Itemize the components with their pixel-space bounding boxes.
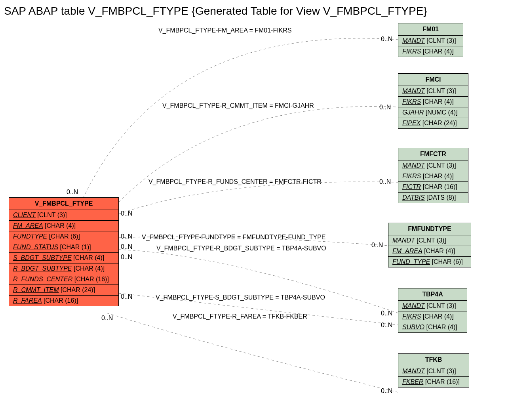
connection-label: V_FMBPCL_FTYPE-R_FUNDS_CENTER = FMFCTR-F… <box>148 178 322 185</box>
connection-label: V_FMBPCL_FTYPE-R_BDGT_SUBTYPE = TBP4A-SU… <box>156 245 326 252</box>
entity-tbp4a: TBP4A MANDT [CLNT (3)] FIKRS [CHAR (4)] … <box>398 288 467 333</box>
entity-fm01: FM01 MANDT [CLNT (3)] FIKRS [CHAR (4)] <box>398 23 463 57</box>
cardinality-label: 0..N <box>379 178 391 185</box>
field: R_CMMT_ITEM [CHAR (24)] <box>9 285 118 296</box>
cardinality-label: 0..N <box>381 388 392 395</box>
entity-header: FMCI <box>398 74 468 86</box>
field: FUND_TYPE [CHAR (6)] <box>388 257 471 267</box>
connection-label: V_FMBPCL_FTYPE-R_CMMT_ITEM = FMCI-GJAHR <box>162 102 314 109</box>
cardinality-label: 0..N <box>381 322 392 329</box>
field: R_BDGT_SUBTYPE [CHAR (4)] <box>9 263 118 274</box>
field: SUBVO [CHAR (4)] <box>398 322 467 332</box>
entity-header: TFKB <box>398 354 469 366</box>
cardinality-label: 0..N <box>381 36 392 43</box>
field: FIKRS [CHAR (4)] <box>398 46 463 57</box>
entity-header: V_FMBPCL_FTYPE <box>9 198 118 210</box>
cardinality-label: 0..N <box>121 233 132 240</box>
field: FUNDTYPE [CHAR (6)] <box>9 231 118 242</box>
field: R_FUNDS_CENTER [CHAR (16)] <box>9 274 118 285</box>
field: MANDT [CLNT (3)] <box>388 235 471 246</box>
field: FIKRS [CHAR (4)] <box>398 171 468 182</box>
field: R_FAREA [CHAR (16)] <box>9 296 118 306</box>
field: FIKRS [CHAR (4)] <box>398 97 468 107</box>
cardinality-label: 0..N <box>101 315 113 322</box>
connection-label: V_FMBPCL_FTYPE-S_BDGT_SUBTYPE = TBP4A-SU… <box>156 294 325 301</box>
field: FICTR [CHAR (16)] <box>398 182 468 193</box>
connection-label: V_FMBPCL_FTYPE-R_FAREA = TFKB-FKBER <box>173 313 307 320</box>
entity-tfkb: TFKB MANDT [CLNT (3)] FKBER [CHAR (16)] <box>398 353 469 388</box>
field: FM_AREA [CHAR (4)] <box>9 221 118 231</box>
entity-header: TBP4A <box>398 288 467 301</box>
entity-fmfctr: FMFCTR MANDT [CLNT (3)] FIKRS [CHAR (4)]… <box>398 148 468 203</box>
cardinality-label: 0..N <box>121 254 132 261</box>
field: GJAHR [NUMC (4)] <box>398 107 468 118</box>
entity-header: FMFUNDTYPE <box>388 223 471 235</box>
field: CLIENT [CLNT (3)] <box>9 210 118 221</box>
cardinality-label: 0..N <box>121 210 132 217</box>
field: MANDT [CLNT (3)] <box>398 36 463 46</box>
cardinality-label: 0..N <box>67 189 78 196</box>
field: FUND_STATUS [CHAR (1)] <box>9 242 118 253</box>
entity-fmci: FMCI MANDT [CLNT (3)] FIKRS [CHAR (4)] G… <box>398 73 468 129</box>
page-title: SAP ABAP table V_FMBPCL_FTYPE {Generated… <box>0 0 510 17</box>
cardinality-label: 0..N <box>121 293 132 300</box>
cardinality-label: 0..N <box>381 310 392 317</box>
connection-label: V_FMBPCL_FTYPE-FM_AREA = FM01-FIKRS <box>158 27 292 34</box>
field: MANDT [CLNT (3)] <box>398 366 469 377</box>
field: MANDT [CLNT (3)] <box>398 301 467 311</box>
entity-header: FMFCTR <box>398 148 468 160</box>
field: FM_AREA [CHAR (4)] <box>388 246 471 257</box>
cardinality-label: 0..N <box>371 242 383 249</box>
cardinality-label: 0..N <box>121 243 132 250</box>
entity-v-fmbpcl-ftype: V_FMBPCL_FTYPE CLIENT [CLNT (3)] FM_AREA… <box>9 197 119 306</box>
field: FIPEX [CHAR (24)] <box>398 118 468 128</box>
entity-header: FM01 <box>398 23 463 36</box>
field: S_BDGT_SUBTYPE [CHAR (4)] <box>9 253 118 263</box>
field: MANDT [CLNT (3)] <box>398 160 468 171</box>
cardinality-label: 0..N <box>379 104 391 111</box>
field: MANDT [CLNT (3)] <box>398 86 468 97</box>
field: FKBER [CHAR (16)] <box>398 377 469 387</box>
field: FIKRS [CHAR (4)] <box>398 311 467 322</box>
entity-fmfundtype: FMFUNDTYPE MANDT [CLNT (3)] FM_AREA [CHA… <box>388 223 471 267</box>
connection-label: V_FMBPCL_FTYPE-FUNDTYPE = FMFUNDTYPE-FUN… <box>142 234 326 241</box>
field: DATBIS [DATS (8)] <box>398 193 468 203</box>
